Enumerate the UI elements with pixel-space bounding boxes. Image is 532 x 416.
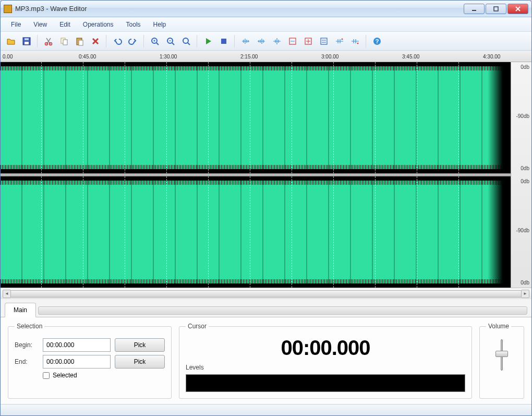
scrollbar-thumb[interactable] — [10, 290, 522, 298]
svg-rect-1 — [494, 7, 498, 11]
selection-legend: Selection — [15, 323, 44, 330]
zoom-sel-icon[interactable] — [179, 34, 194, 49]
help-icon[interactable]: ? — [370, 34, 384, 49]
db-label: 0db — [521, 179, 529, 184]
volume-thumb[interactable] — [495, 351, 508, 357]
amp-up-icon[interactable] — [332, 34, 347, 49]
db-label: 0db — [521, 64, 529, 70]
ruler-tick: 4:30.00 — [483, 54, 500, 60]
ruler-tick: 3:00.00 — [321, 54, 338, 60]
tab-main[interactable]: Main — [5, 303, 36, 317]
window-title: MP3.mp3 - Wave Editor — [15, 5, 464, 13]
waveform-channel-right[interactable] — [1, 176, 511, 288]
app-window: MP3.mp3 - Wave Editor File View Edit Ope… — [0, 0, 532, 416]
begin-input[interactable] — [43, 338, 111, 352]
db-scale: 0db -90db 0db 0db -90db 0db — [511, 62, 531, 288]
svg-point-22 — [183, 38, 188, 43]
waveform-channel-left[interactable] — [1, 62, 511, 173]
effect3-icon[interactable] — [317, 34, 331, 49]
tab-filler — [38, 306, 527, 315]
statusbar — [1, 404, 531, 415]
amp-down-icon[interactable] — [348, 34, 362, 49]
ruler-tick: 3:45.00 — [402, 54, 419, 60]
volume-slider[interactable] — [486, 335, 517, 375]
svg-line-16 — [156, 43, 159, 45]
pick-end-button[interactable]: Pick — [115, 355, 165, 369]
cursor-group: Cursor 00:00.000 Levels — [179, 323, 472, 399]
svg-rect-12 — [79, 40, 83, 45]
ruler-tick: 2:15.00 — [240, 54, 258, 60]
cursor-value: 00:00.000 — [186, 336, 465, 360]
svg-text:?: ? — [376, 38, 379, 44]
svg-line-20 — [172, 43, 174, 45]
paste-icon[interactable] — [72, 34, 87, 49]
waveform-area[interactable]: 0db -90db 0db 0db -90db 0db — [1, 62, 531, 288]
db-label: 0db — [521, 280, 529, 286]
copy-icon[interactable] — [57, 34, 71, 49]
undo-icon[interactable] — [110, 34, 125, 49]
pick-begin-button[interactable]: Pick — [115, 338, 165, 352]
menubar: File View Edit Operations Tools Help — [1, 17, 531, 32]
redo-icon[interactable] — [126, 34, 140, 49]
app-icon — [4, 5, 12, 13]
menu-edit[interactable]: Edit — [53, 19, 77, 30]
menu-tools[interactable]: Tools — [120, 19, 147, 30]
menu-view[interactable]: View — [27, 19, 53, 30]
maximize-button[interactable] — [486, 4, 506, 14]
db-label: -90db — [516, 113, 529, 119]
svg-rect-10 — [63, 40, 67, 45]
ruler-tick: 0:45.00 — [79, 54, 96, 60]
save-icon[interactable] — [19, 34, 34, 49]
menu-operations[interactable]: Operations — [77, 19, 120, 30]
svg-line-23 — [188, 43, 190, 45]
levels-legend: Levels — [186, 364, 465, 371]
minimize-button[interactable] — [464, 4, 485, 14]
time-ruler[interactable]: 0.00 0:45.00 1:30.00 2:15.00 3:00.00 3:4… — [1, 51, 531, 62]
normalize-icon[interactable] — [270, 34, 284, 49]
stop-icon[interactable] — [216, 34, 231, 49]
ruler-tick: 1:30.00 — [160, 54, 177, 60]
svg-rect-27 — [321, 38, 327, 44]
levels-meter — [186, 374, 465, 392]
fade-in-icon[interactable] — [238, 34, 253, 49]
toolbar: ? — [1, 32, 531, 51]
close-button[interactable] — [507, 4, 528, 14]
bottom-panel: Selection Begin: Pick End: Pick Selected… — [1, 317, 531, 404]
selected-label: Selected — [53, 372, 77, 379]
zoom-out-icon[interactable] — [163, 34, 178, 49]
menu-help[interactable]: Help — [147, 19, 173, 30]
begin-label: Begin: — [15, 341, 39, 349]
ruler-tick: 0.00 — [3, 54, 13, 60]
titlebar[interactable]: MP3.mp3 - Wave Editor — [1, 1, 531, 17]
svg-rect-6 — [25, 38, 29, 40]
db-label: -90db — [516, 228, 529, 233]
end-label: End: — [15, 358, 39, 365]
play-icon[interactable] — [201, 34, 215, 49]
effect2-icon[interactable] — [301, 34, 316, 49]
horizontal-scrollbar[interactable] — [1, 288, 531, 299]
db-label: 0db — [521, 165, 529, 171]
end-input[interactable] — [43, 355, 111, 369]
selection-group: Selection Begin: Pick End: Pick Selected — [8, 323, 172, 399]
cut-icon[interactable] — [41, 34, 56, 49]
open-icon[interactable] — [4, 34, 18, 49]
window-controls — [464, 4, 528, 14]
delete-icon[interactable] — [88, 34, 103, 49]
tab-strip: Main — [1, 299, 531, 317]
cursor-legend: Cursor — [186, 323, 209, 330]
selected-checkbox[interactable] — [43, 372, 50, 379]
effect1-icon[interactable] — [285, 34, 300, 49]
svg-rect-5 — [25, 42, 29, 44]
svg-rect-24 — [221, 39, 226, 44]
fade-out-icon[interactable] — [254, 34, 269, 49]
volume-group: Volume — [479, 323, 524, 399]
menu-file[interactable]: File — [5, 19, 27, 30]
volume-legend: Volume — [486, 323, 511, 330]
zoom-in-icon[interactable] — [148, 34, 162, 49]
